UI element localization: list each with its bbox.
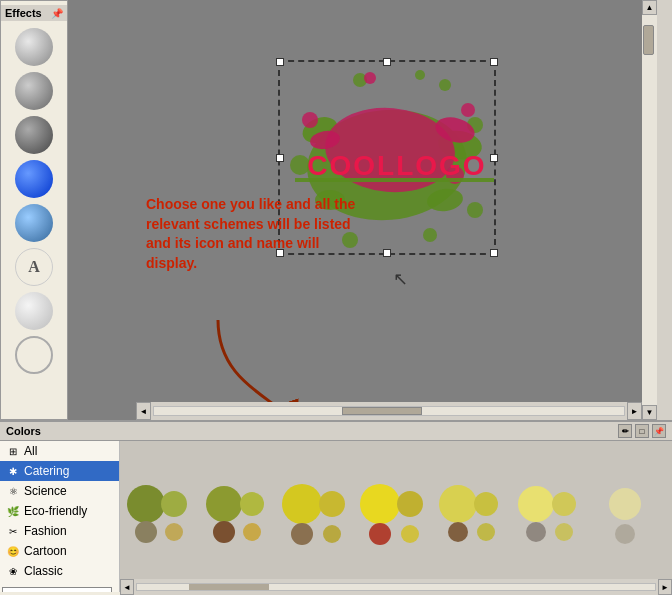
category-item-eco[interactable]: 🌿 Eco-friendly — [0, 501, 119, 521]
colors-scroll-track[interactable] — [136, 583, 656, 591]
effect-ball-7[interactable] — [15, 292, 53, 330]
swatch-7-svg — [607, 482, 647, 552]
canvas-hscrollbar[interactable]: ◄ ► — [136, 402, 642, 420]
category-list: ⊞ All ✱ Catering ⚛ Science 🌿 Eco-friendl… — [0, 441, 120, 592]
category-label-fashion: Fashion — [24, 524, 67, 538]
effect-ball-2[interactable] — [15, 72, 53, 110]
hscroll-right-btn[interactable]: ► — [627, 402, 642, 420]
swatch-2-svg — [202, 482, 272, 552]
handle-ml[interactable] — [276, 154, 284, 162]
colors-scroll-right[interactable]: ► — [658, 579, 672, 595]
category-dropdown[interactable]: All Catering Science Eco-friendly Fashio… — [2, 587, 112, 592]
swatch-5-svg — [436, 482, 506, 552]
colors-label: Colors — [6, 425, 41, 437]
category-label-classic: Classic — [24, 564, 63, 578]
category-label-cartoon: Cartoon — [24, 544, 67, 558]
category-label-catering: Catering — [24, 464, 69, 478]
svg-point-16 — [302, 112, 318, 128]
effect-ball-5[interactable] — [15, 204, 53, 242]
svg-point-32 — [319, 491, 345, 517]
hscroll-thumb[interactable] — [342, 407, 422, 415]
scroll-up-btn[interactable]: ▲ — [642, 0, 657, 15]
swatch-3-svg — [280, 482, 350, 552]
fashion-icon: ✂ — [6, 524, 20, 538]
canvas-inner: COOLLOGO Choose one you like and all the… — [68, 0, 657, 402]
panel-icons: ✏ □ 📌 — [618, 424, 666, 438]
category-item-cartoon[interactable]: 😊 Cartoon — [0, 541, 119, 561]
svg-point-31 — [282, 484, 322, 524]
catering-icon: ✱ — [6, 464, 20, 478]
svg-point-42 — [477, 523, 495, 541]
handle-tm[interactable] — [383, 58, 391, 66]
effect-ball-8[interactable] — [15, 336, 53, 374]
category-dropdown-wrapper[interactable]: All Catering Science Eco-friendly Fashio… — [0, 585, 119, 592]
swatch-5[interactable] — [436, 482, 506, 552]
effect-ball-text[interactable]: A — [15, 248, 53, 286]
swatch-6-svg — [514, 482, 584, 552]
eco-icon: 🌿 — [6, 504, 20, 518]
panel-square-icon[interactable]: □ — [635, 424, 649, 438]
colors-scroll-left[interactable]: ◄ — [120, 579, 134, 595]
handle-tl[interactable] — [276, 58, 284, 66]
svg-point-40 — [474, 492, 498, 516]
svg-point-24 — [161, 491, 187, 517]
handle-tr[interactable] — [490, 58, 498, 66]
main-canvas: COOLLOGO Choose one you like and all the… — [68, 0, 657, 420]
category-item-catering[interactable]: ✱ Catering — [0, 461, 119, 481]
svg-point-12 — [423, 228, 437, 242]
category-item-all[interactable]: ⊞ All — [0, 441, 119, 461]
scroll-track[interactable] — [642, 15, 657, 405]
handle-mr[interactable] — [490, 154, 498, 162]
cursor: ↖ — [393, 268, 408, 290]
hscroll-left-btn[interactable]: ◄ — [136, 402, 151, 420]
annotation-text: Choose one you like and all the relevant… — [146, 195, 366, 273]
category-item-science[interactable]: ⚛ Science — [0, 481, 119, 501]
swatch-1-svg — [124, 482, 194, 552]
svg-point-10 — [439, 79, 451, 91]
svg-point-33 — [291, 523, 313, 545]
swatch-7[interactable] — [592, 482, 662, 552]
svg-point-48 — [615, 524, 635, 544]
swatch-1[interactable] — [124, 482, 194, 552]
swatch-4[interactable] — [358, 482, 428, 552]
classic-icon: ❀ — [6, 564, 20, 578]
cartoon-icon: 😊 — [6, 544, 20, 558]
svg-point-27 — [206, 486, 242, 522]
hscroll-track[interactable] — [153, 406, 625, 416]
svg-text:COOLLOGO: COOLLOGO — [307, 150, 486, 181]
swatches-area — [120, 441, 672, 592]
science-icon: ⚛ — [6, 484, 20, 498]
effects-header: Effects 📌 — [1, 5, 67, 21]
svg-point-18 — [364, 72, 376, 84]
svg-point-30 — [243, 523, 261, 541]
svg-point-39 — [439, 485, 477, 523]
canvas-vscrollbar[interactable]: ▲ ▼ — [642, 0, 657, 420]
swatch-6[interactable] — [514, 482, 584, 552]
effects-panel: Effects 📌 A — [0, 0, 68, 420]
effect-ball-1[interactable] — [15, 28, 53, 66]
svg-point-26 — [165, 523, 183, 541]
swatch-3[interactable] — [280, 482, 350, 552]
handle-bm[interactable] — [383, 249, 391, 257]
effect-ball-3[interactable] — [15, 116, 53, 154]
scroll-thumb[interactable] — [643, 25, 654, 55]
svg-point-34 — [323, 525, 341, 543]
svg-point-28 — [240, 492, 264, 516]
category-item-fashion[interactable]: ✂ Fashion — [0, 521, 119, 541]
scroll-down-btn[interactable]: ▼ — [642, 405, 657, 420]
panel-pencil-icon[interactable]: ✏ — [618, 424, 632, 438]
panel-pin-icon[interactable]: 📌 — [652, 424, 666, 438]
svg-point-44 — [552, 492, 576, 516]
colors-hscrollbar[interactable]: ◄ ► — [120, 579, 672, 595]
svg-point-43 — [518, 486, 554, 522]
colors-panel: Colors ✏ □ 📌 ⊞ All ✱ Catering ⚛ Science … — [0, 420, 672, 595]
svg-point-17 — [461, 103, 475, 117]
handle-br[interactable] — [490, 249, 498, 257]
swatch-2[interactable] — [202, 482, 272, 552]
effect-ball-4[interactable] — [15, 160, 53, 198]
colors-scroll-thumb[interactable] — [189, 584, 269, 590]
effects-pin-icon: 📌 — [51, 8, 63, 19]
swatch-4-svg — [358, 482, 428, 552]
category-item-classic[interactable]: ❀ Classic — [0, 561, 119, 581]
svg-point-47 — [609, 488, 641, 520]
